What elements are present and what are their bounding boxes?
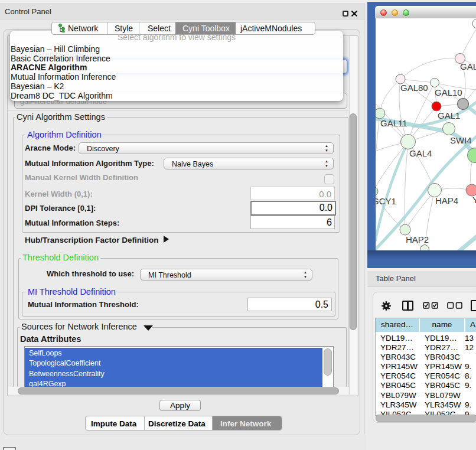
svg-text:HAP2: HAP2 bbox=[406, 234, 429, 244]
svg-text:GAL1: GAL1 bbox=[438, 110, 460, 120]
svg-text:GAL80: GAL80 bbox=[400, 83, 428, 93]
svg-text:SWI4: SWI4 bbox=[450, 135, 472, 145]
svg-text:GCY1: GCY1 bbox=[376, 196, 396, 206]
svg-text:Y: Y bbox=[472, 195, 476, 205]
svg-text:GAL10: GAL10 bbox=[435, 87, 462, 97]
svg-text:GAL11: GAL11 bbox=[380, 118, 407, 128]
svg-text:GAL7: GAL7 bbox=[460, 61, 476, 71]
svg-text:HAP4: HAP4 bbox=[435, 195, 458, 206]
svg-text:GAL4: GAL4 bbox=[409, 148, 432, 158]
